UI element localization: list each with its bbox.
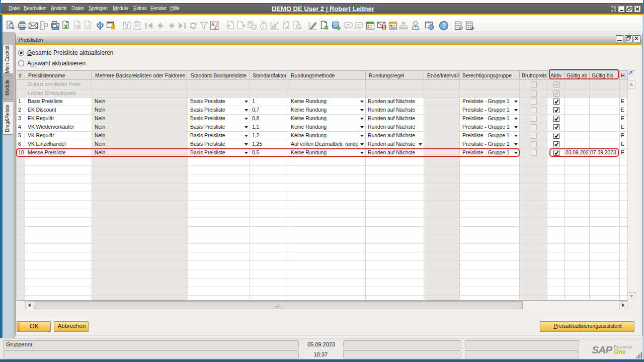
svg-text:W: W [75, 24, 80, 29]
svg-text:S: S [383, 25, 385, 30]
svg-text:?: ? [442, 22, 446, 29]
svg-text:$: $ [262, 25, 265, 29]
svg-text:A: A [87, 24, 90, 29]
